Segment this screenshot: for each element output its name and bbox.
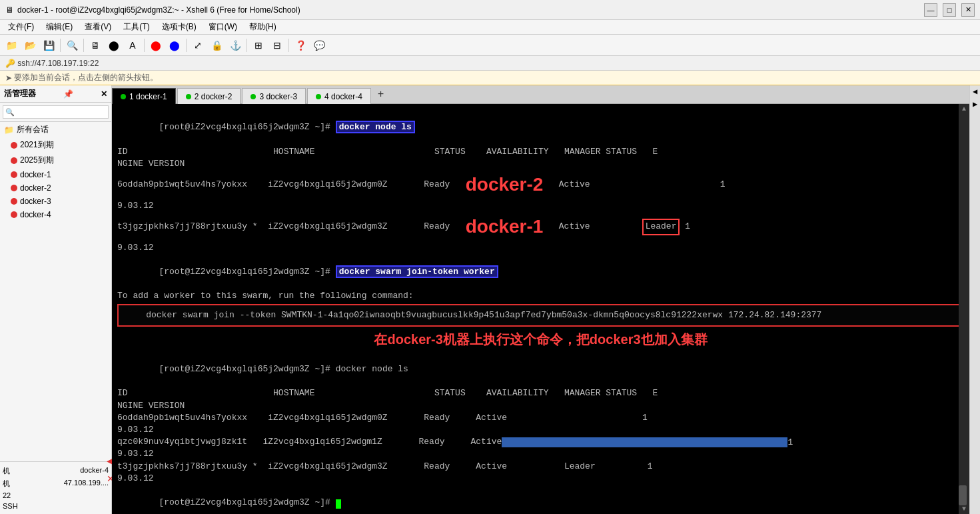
terminal-headers2: ID HOSTNAME STATUS AVAILABILITY MANAGER … xyxy=(117,387,964,399)
right-panel: ◀ ▶ xyxy=(969,85,980,514)
sidebar-item-docker3[interactable]: docker-3 xyxy=(7,195,111,208)
right-icon-2[interactable]: ▶ xyxy=(973,99,977,109)
toolbar-circle[interactable]: ⬤ xyxy=(105,37,123,54)
tab-add-button[interactable]: + xyxy=(372,86,390,103)
toolbar-lock[interactable]: 🔒 xyxy=(208,37,225,54)
toolbar-grid2[interactable]: ⊟ xyxy=(268,37,286,54)
tab-docker2[interactable]: 2 docker-2 xyxy=(177,88,241,104)
sidebar-item-docker2[interactable]: docker-2 xyxy=(7,181,111,195)
join-cmd-text: docker swarm join --token SWMTKN-1-4a1qo… xyxy=(125,310,821,320)
join-cmd-box: docker swarm join --token SWMTKN-1-4a1qo… xyxy=(117,304,964,327)
menu-tabs[interactable]: 选项卡(B) xyxy=(157,20,202,34)
leader-badge: Leader xyxy=(642,219,680,235)
session-docker4-label: docker-4 xyxy=(20,210,51,219)
tab-docker3[interactable]: 3 docker-3 xyxy=(242,88,306,104)
ssh-address: ssh://47.108.197.19:22 xyxy=(17,59,99,68)
menu-window[interactable]: 窗口(W) xyxy=(203,20,243,34)
terminal-row1: 6oddah9pb1wqt5uv4hs7yokxx iZ2vcg4bxglqi6… xyxy=(117,170,964,200)
terminal-line-cmd1: [root@iZ2vcg4bxglqi65j2wdgm3Z ~]# docker… xyxy=(117,109,964,146)
sidebar-title: 活管理器 xyxy=(4,88,36,99)
toolbar: 📁 📂 💾 🔍 🖥 ⬤ A ⬤ ⬤ ⤢ 🔒 ⚓ ⊞ ⊟ ❓ 💬 xyxy=(0,35,980,56)
toolbar-anchor[interactable]: ⚓ xyxy=(227,37,244,54)
annotation-text: 在docker-3机器上执行这个命令，把docker3也加入集群 xyxy=(117,331,964,349)
menu-help[interactable]: 帮助(H) xyxy=(244,20,282,34)
terminal-line-cmd2: [root@iZ2vcg4bxglqi65j2wdgm3Z ~]# docker… xyxy=(117,254,964,291)
row4-end: 1 xyxy=(787,437,793,447)
status-dot-docker3 xyxy=(11,198,17,205)
session-warning: ➤ 要添加当前会话，点击左侧的箭头按钮。 xyxy=(0,71,980,85)
sidebar-item-2025[interactable]: 2025到期 xyxy=(7,153,111,168)
menu-file[interactable]: 文件(F) xyxy=(3,20,39,34)
warning-text: 要添加当前会话，点击左侧的箭头按钮。 xyxy=(14,72,158,83)
sidebar-item-2021[interactable]: 2021到期 xyxy=(7,137,111,153)
bottom-ip-label: 机 xyxy=(3,479,10,489)
terminal-row5-ver: 9.03.12 xyxy=(117,473,964,485)
minimize-button[interactable]: — xyxy=(924,3,937,17)
terminal-row2-ver: 9.03.12 xyxy=(117,242,964,254)
menu-tools[interactable]: 工具(T) xyxy=(118,20,155,34)
scroll-down-arrow[interactable]: ▼ xyxy=(962,505,966,513)
toolbar-blue[interactable]: ⬤ xyxy=(166,37,183,54)
menu-edit[interactable]: 编辑(E) xyxy=(41,20,78,34)
terminal-subheader2: NGINE VERSION xyxy=(117,400,964,412)
terminal-row1-ver: 9.03.12 xyxy=(117,200,964,212)
terminal-row2: t3jgzjpkhks7jj788rjtxuu3y * iZ2vcg4bxglq… xyxy=(117,212,964,242)
toolbar-connect[interactable]: 🖥 xyxy=(87,37,104,54)
toolbar-find[interactable]: 🔍 xyxy=(63,37,81,54)
sidebar-search-container xyxy=(0,103,111,122)
right-icon-1[interactable]: ◀ xyxy=(973,87,977,97)
menu-view[interactable]: 查看(V) xyxy=(79,20,117,34)
folder-icon: 📁 xyxy=(4,125,14,135)
window-title: docker-1 - root@iZ2vcg4bxglqi65j2wdgm3Z:… xyxy=(17,5,300,15)
sidebar-pin-icon[interactable]: 📌 xyxy=(63,89,73,99)
scrollbar[interactable]: ▲ ▼ xyxy=(959,104,969,514)
terminal-subheader1: NGINE VERSION xyxy=(117,158,964,170)
sidebar-item-all-sessions[interactable]: 📁 所有会话 xyxy=(0,122,111,137)
sidebar-search-input[interactable] xyxy=(3,105,109,119)
sidebar-item-docker1[interactable]: docker-1 xyxy=(7,168,111,181)
status-dot-docker2 xyxy=(11,185,17,191)
title-bar: 🖥 docker-1 - root@iZ2vcg4bxglqi65j2wdgm3… xyxy=(0,0,980,20)
toolbar-new[interactable]: 📁 xyxy=(3,37,20,54)
tab-label-docker4: 4 docker-4 xyxy=(324,92,362,101)
terminal-row5: t3jgzjpkhks7jj788rjtxuu3y * iZ2vcg4bxglq… xyxy=(117,461,964,473)
close-button[interactable]: ✕ xyxy=(961,3,975,17)
toolbar-open[interactable]: 📂 xyxy=(21,37,39,54)
terminal-headers1: ID HOSTNAME STATUS AVAILABILITY MANAGER … xyxy=(117,146,964,158)
sidebar-header: 活管理器 📌 ✕ xyxy=(0,85,111,103)
toolbar-red[interactable]: ⬤ xyxy=(147,37,165,54)
tab-label-docker3: 3 docker-3 xyxy=(259,92,297,101)
app-icon: 🖥 xyxy=(5,5,13,15)
tab-label-docker1: 1 docker-1 xyxy=(129,92,167,101)
menu-bar: 文件(F) 编辑(E) 查看(V) 工具(T) 选项卡(B) 窗口(W) 帮助(… xyxy=(0,20,980,35)
toolbar-help[interactable]: ❓ xyxy=(292,37,309,54)
cmd1-highlight: docker node ls xyxy=(336,121,415,133)
annotation-line: 在docker-3机器上执行这个命令，把docker3也加入集群 xyxy=(117,328,964,351)
terminal-row4: qzc0k9nuv4yqibtjvwgj8zk1t iZ2vcg4bxglqi6… xyxy=(117,436,964,448)
tab-docker1[interactable]: 1 docker-1 xyxy=(112,88,176,104)
toolbar-resize[interactable]: ⤢ xyxy=(189,37,207,54)
bottom-port-value: 22 xyxy=(3,491,11,499)
sidebar-close-icon[interactable]: ✕ xyxy=(101,89,107,99)
terminal-row4-ver: 9.03.12 xyxy=(117,448,964,460)
scroll-up-arrow[interactable]: ▲ xyxy=(962,105,966,113)
session-docker2-label: docker-2 xyxy=(20,183,51,193)
sidebar-item-docker4[interactable]: docker-4 xyxy=(7,208,111,221)
toolbar-save[interactable]: 💾 xyxy=(40,37,57,54)
bottom-ip-value: 47.108.199.... xyxy=(64,479,109,489)
tab-bar: 1 docker-1 2 docker-2 3 docker-3 4 docke… xyxy=(112,85,969,104)
scrollbar-thumb[interactable] xyxy=(959,485,967,505)
cmd2-highlight: docker swarm join-token worker xyxy=(336,265,498,278)
terminal-final-prompt: [root@iZ2vcg4bxglqi65j2wdgm3Z ~]# xyxy=(117,485,964,514)
toolbar-font[interactable]: A xyxy=(124,37,141,54)
ssh-bar: 🔑 ssh://47.108.197.19:22 xyxy=(0,56,980,71)
toolbar-grid[interactable]: ⊞ xyxy=(250,37,267,54)
maximize-button[interactable]: □ xyxy=(943,3,956,17)
terminal[interactable]: [root@iZ2vcg4bxglqi65j2wdgm3Z ~]# docker… xyxy=(112,104,969,514)
toolbar-chat[interactable]: 💬 xyxy=(310,37,328,54)
cursor-blink xyxy=(336,499,341,509)
tab-docker4[interactable]: 4 docker-4 xyxy=(307,88,371,104)
selection-highlight xyxy=(502,437,787,447)
docker2-annotation: docker-2 xyxy=(466,170,544,200)
session-docker1-label: docker-1 xyxy=(20,170,51,179)
